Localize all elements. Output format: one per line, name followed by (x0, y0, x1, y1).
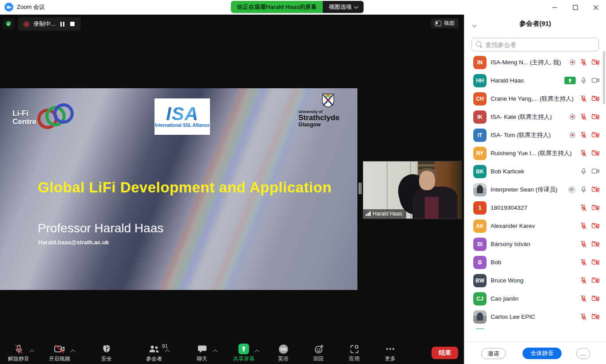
participant-avatar: B (473, 256, 487, 269)
scrollbar-thumb[interactable] (603, 51, 605, 104)
invite-button[interactable]: 邀请 (481, 348, 506, 359)
slide-title: Global LiFi Development and Application (38, 179, 332, 196)
mic-muted-icon[interactable] (580, 113, 587, 121)
maximize-button[interactable] (565, 0, 586, 15)
chat-caret-button[interactable] (212, 347, 219, 357)
participant-avatar: CJ (473, 292, 487, 305)
camera-muted-icon[interactable] (591, 149, 600, 157)
view-options-label: 视图选项 (329, 3, 352, 11)
camera-muted-icon[interactable] (591, 59, 600, 66)
reactions-button[interactable]: 回应 (300, 343, 338, 363)
camera-muted-icon[interactable] (591, 295, 600, 302)
participant-row[interactable]: CLChao Li (464, 326, 606, 329)
participant-row[interactable]: CHCrane He Yang,... (联席主持人) (464, 90, 606, 108)
mic-muted-icon[interactable] (580, 149, 587, 157)
participant-row[interactable]: BBob (464, 253, 606, 271)
participant-avatar: HH (473, 74, 487, 87)
participant-row[interactable]: IKISA- Kate (联席主持人) (464, 108, 606, 126)
start-video-caret-button[interactable] (69, 347, 76, 357)
participant-name: Alexander Karev (491, 223, 577, 229)
mute-all-button[interactable]: 全体静音 (523, 348, 562, 359)
camera-muted-icon[interactable] (591, 277, 600, 284)
participant-row[interactable]: 118019304327 (464, 199, 606, 217)
participant-row[interactable]: Carlos Lee EPIC (464, 308, 606, 326)
camera-muted-icon[interactable] (591, 113, 600, 120)
participant-row[interactable]: INISA-Meng N... (主持人, 我) (464, 53, 606, 71)
view-options-button[interactable]: 视图选项 (323, 1, 364, 13)
language-button[interactable]: EN英语 (264, 343, 302, 363)
camera-muted-icon[interactable] (591, 313, 600, 320)
mic-muted-icon[interactable] (580, 313, 587, 321)
participant-status-icons (580, 149, 600, 157)
share-screen-caret-button[interactable] (253, 347, 261, 357)
camera-muted-icon[interactable] (591, 95, 600, 102)
unmute-caret-button[interactable] (28, 347, 36, 357)
slide-email: Harald.haas@strath.ac.uk (38, 239, 109, 246)
screen-sharing-badge-icon (564, 77, 576, 84)
mic-muted-icon[interactable] (580, 277, 587, 284)
mic-muted-icon[interactable] (580, 295, 587, 302)
recording-status-icon (569, 114, 576, 120)
isa-logo: ISA International SSL Alliance (154, 98, 210, 135)
resize-handle[interactable] (358, 182, 362, 195)
mic-muted-icon[interactable] (580, 258, 587, 266)
participant-row[interactable]: BKBob Karlicek (464, 162, 606, 180)
mic-muted-icon[interactable] (580, 131, 587, 139)
participants-caret-button[interactable] (164, 347, 171, 357)
mic-muted-icon[interactable] (580, 95, 587, 102)
participant-status-icons (580, 277, 600, 284)
security-button[interactable]: 安全 (87, 343, 126, 363)
close-button[interactable] (586, 0, 606, 15)
recording-status-icon (569, 132, 576, 138)
more-options-button[interactable]: … (576, 348, 590, 359)
mic-muted-icon[interactable] (580, 204, 587, 211)
mic-on-icon[interactable] (580, 168, 587, 175)
camera-muted-icon[interactable] (591, 204, 600, 211)
security-label: 安全 (101, 355, 112, 363)
mic-muted-icon[interactable] (580, 222, 587, 230)
lifi-centre-logo: Li-FiCentre (12, 104, 66, 135)
chevron-down-icon (354, 4, 359, 8)
minimize-button[interactable] (545, 0, 565, 15)
participant-row[interactable]: AKAlexander Karev (464, 217, 606, 235)
more-button[interactable]: 更多 (371, 343, 409, 363)
mic-muted-icon[interactable] (580, 240, 587, 248)
apps-button[interactable]: 应用 (335, 343, 373, 363)
camera-muted-icon[interactable] (591, 258, 600, 266)
participant-row[interactable]: CJCao jianlin (464, 290, 606, 308)
camera-on-icon[interactable] (591, 77, 600, 84)
participant-status-icons (564, 77, 600, 84)
participant-avatar: CH (473, 92, 487, 106)
speaker-video-thumbnail[interactable]: Harald Haas (363, 161, 462, 219)
speaker-name-tag: Harald Haas (363, 209, 406, 219)
recording-dot-icon (24, 21, 29, 27)
participant-row[interactable]: HHHarald Haas (464, 71, 606, 90)
participant-name: Ruisheng Yue I... (联席主持人) (491, 149, 577, 157)
view-button-label: 视图 (444, 20, 455, 27)
participant-row[interactable]: Interpreter Sean (传译员)中 (464, 180, 606, 199)
mic-muted-icon[interactable] (580, 59, 587, 66)
participant-row[interactable]: BIBársony István (464, 235, 606, 253)
stop-recording-button[interactable] (69, 21, 75, 27)
view-layout-button[interactable]: 视图 (431, 18, 459, 28)
end-meeting-button[interactable]: 结束 (432, 347, 458, 359)
participant-avatar: BI (473, 238, 487, 251)
participants-panel: 参会者(91) INISA-Meng N... (主持人, 我)HHHarald… (464, 15, 606, 364)
camera-on-icon[interactable] (591, 168, 600, 175)
participant-row[interactable]: BWBruce Wong (464, 271, 606, 290)
camera-muted-icon[interactable] (591, 222, 600, 229)
participant-row[interactable]: RYRuisheng Yue I... (联席主持人) (464, 144, 606, 162)
reactions-label: 回应 (313, 355, 324, 363)
mic-on-icon[interactable] (580, 77, 587, 84)
participant-avatar: 1 (473, 201, 487, 215)
participant-status-icons (569, 59, 600, 66)
mic-on-icon[interactable] (580, 186, 587, 193)
camera-muted-icon[interactable] (591, 240, 600, 247)
camera-muted-icon[interactable] (591, 131, 600, 138)
participant-row[interactable]: ITISA- Tom (联席主持人) (464, 126, 606, 144)
participant-avatar: IN (473, 56, 487, 69)
pause-recording-button[interactable] (59, 21, 65, 27)
camera-muted-icon[interactable] (591, 186, 600, 193)
search-input[interactable] (471, 38, 599, 51)
recording-indicator: 录制中... (18, 17, 81, 31)
